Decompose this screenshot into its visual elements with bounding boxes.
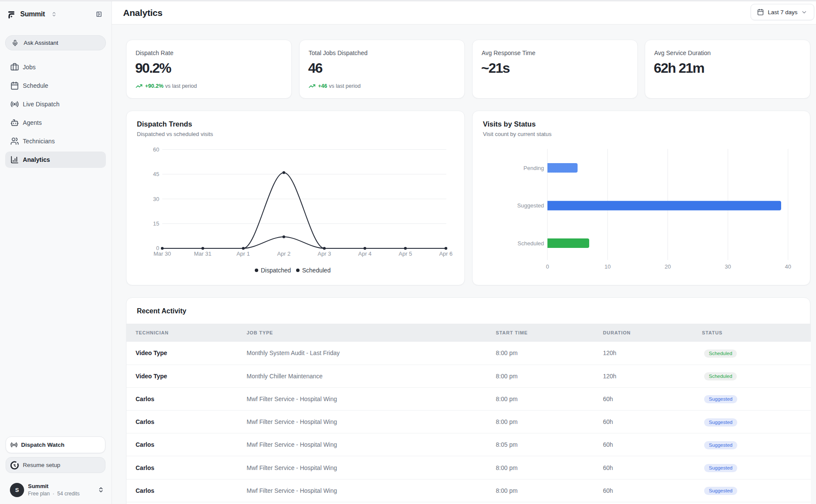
svg-text:0: 0 bbox=[546, 263, 549, 270]
svg-text:Mar 31: Mar 31 bbox=[194, 250, 211, 257]
svg-text:Apr 5: Apr 5 bbox=[399, 250, 412, 257]
svg-text:Suggested: Suggested bbox=[517, 202, 544, 209]
svg-text:20: 20 bbox=[665, 263, 671, 270]
svg-text:Dispatched: Dispatched bbox=[261, 267, 291, 274]
svg-text:Apr 2: Apr 2 bbox=[277, 250, 291, 257]
svg-text:Mar 30: Mar 30 bbox=[154, 250, 171, 257]
svg-text:Scheduled: Scheduled bbox=[302, 267, 331, 274]
svg-text:Apr 6: Apr 6 bbox=[439, 250, 452, 257]
svg-text:Scheduled: Scheduled bbox=[518, 240, 544, 247]
svg-text:40: 40 bbox=[785, 263, 791, 270]
svg-text:Apr 1: Apr 1 bbox=[236, 250, 250, 257]
svg-text:30: 30 bbox=[725, 263, 731, 270]
svg-text:45: 45 bbox=[153, 171, 159, 177]
svg-text:10: 10 bbox=[605, 263, 611, 270]
svg-text:30: 30 bbox=[153, 196, 159, 202]
svg-text:Pending: Pending bbox=[523, 165, 544, 171]
svg-text:Apr 3: Apr 3 bbox=[318, 250, 331, 257]
svg-text:15: 15 bbox=[153, 220, 159, 227]
svg-text:Apr 4: Apr 4 bbox=[358, 250, 371, 257]
svg-text:60: 60 bbox=[153, 146, 159, 153]
